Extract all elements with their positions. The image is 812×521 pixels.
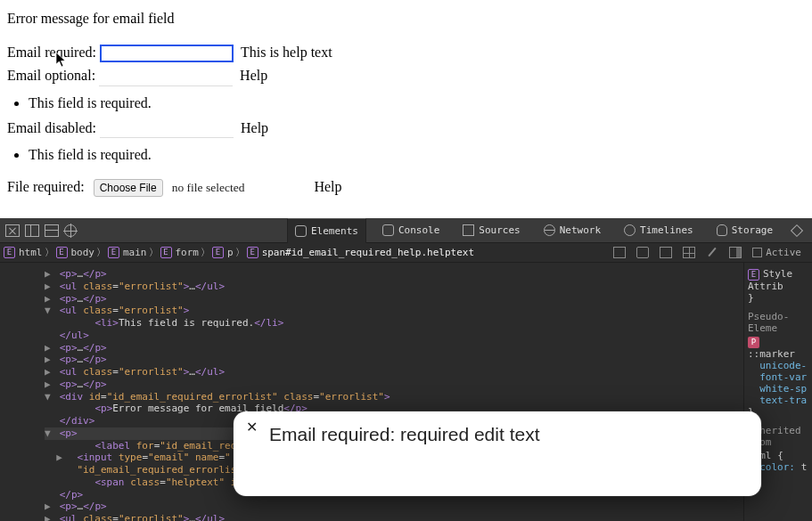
label-email-required: Email required: <box>7 45 96 60</box>
row-email-disabled: Email disabled: Help <box>7 120 805 139</box>
helptext-file-required: Help <box>314 179 341 195</box>
helptext-email-optional: Help <box>240 68 267 83</box>
errorlist-email-disabled: This field is required. <box>29 147 805 163</box>
errorlist-email-optional: This field is required. <box>29 95 805 111</box>
page-content: Error message for email field Email requ… <box>0 0 812 218</box>
input-email-disabled <box>100 120 234 138</box>
error-item: This field is required. <box>29 147 805 163</box>
choose-file-button[interactable]: Choose File <box>94 179 163 197</box>
row-email-required: Email required: This is help text <box>7 45 805 62</box>
row-file-required: File required: Choose File no file selec… <box>7 179 805 197</box>
label-email-optional: Email optional: <box>7 68 95 83</box>
error-message-email-required: Error message for email field <box>7 11 805 27</box>
input-email-required[interactable] <box>100 45 234 62</box>
helptext-email-disabled: Help <box>241 120 268 135</box>
row-email-optional: Email optional: Help <box>7 68 805 86</box>
label-email-disabled: Email disabled: <box>7 120 96 135</box>
label-file-required: File required: <box>7 179 85 194</box>
error-item: This field is required. <box>29 95 805 111</box>
helptext-email-required: This is help text <box>241 45 332 60</box>
input-email-optional[interactable] <box>99 69 233 86</box>
file-status: no file selected <box>172 181 245 194</box>
